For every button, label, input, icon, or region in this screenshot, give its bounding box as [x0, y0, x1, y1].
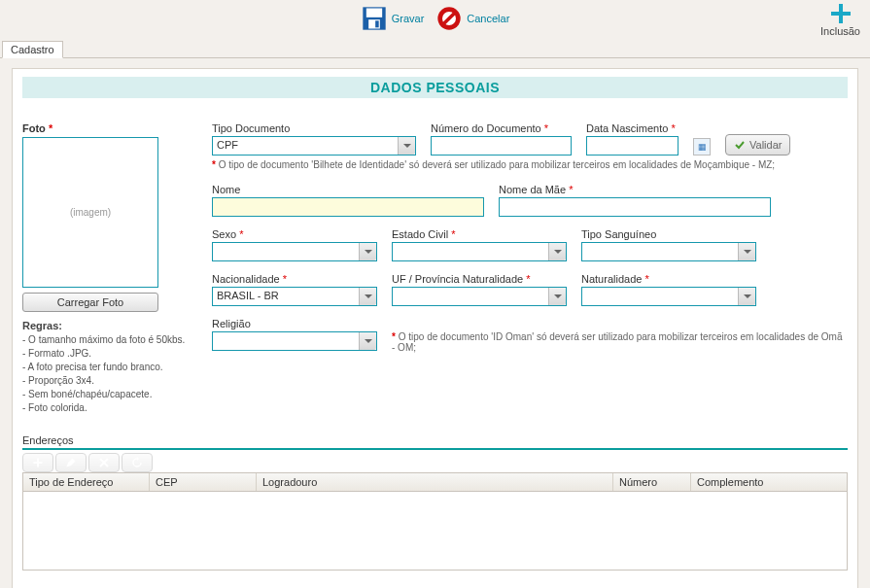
col-tipo[interactable]: Tipo de Endereço: [23, 473, 150, 491]
cancel-icon: [435, 5, 463, 32]
rules-title: Regras:: [22, 320, 197, 331]
nome-input[interactable]: [212, 197, 484, 217]
naturalidade-label: Naturalidade *: [581, 273, 756, 285]
chevron-down-icon: [359, 243, 376, 260]
cancel-label: Cancelar: [467, 13, 509, 24]
address-grid: Tipo de Endereço CEP Logradouro Número C…: [22, 472, 848, 571]
validar-button[interactable]: Validar: [725, 134, 790, 156]
data-nascimento-label: Data Nascimento *: [586, 122, 679, 134]
grid-header: Tipo de Endereço CEP Logradouro Número C…: [23, 473, 847, 492]
top-toolbar: Gravar Cancelar Inclusão: [0, 0, 870, 39]
tab-cadastro[interactable]: Cadastro: [2, 41, 63, 58]
religiao-label: Religião: [212, 318, 377, 329]
estado-civil-select[interactable]: [392, 242, 567, 261]
chevron-down-icon: [359, 288, 376, 305]
tipo-sanguineo-label: Tipo Sanguíneo: [581, 228, 756, 240]
svg-rect-1: [366, 9, 382, 17]
data-nascimento-input[interactable]: [586, 136, 679, 156]
form-page: DADOS PESSOAIS Foto * (imagem) Carregar …: [12, 68, 858, 588]
plus-icon: [829, 2, 853, 25]
grid-delete-button[interactable]: [88, 453, 120, 472]
chevron-down-icon: [398, 137, 415, 155]
add-label: Inclusão: [820, 25, 860, 37]
tipo-documento-label: Tipo Documento: [212, 122, 416, 134]
cancel-button[interactable]: Cancelar: [435, 5, 509, 32]
tipo-sanguineo-select[interactable]: [581, 242, 756, 261]
religiao-select[interactable]: [212, 331, 377, 351]
numero-documento-input[interactable]: [431, 136, 572, 156]
chevron-down-icon: [548, 243, 566, 260]
upload-photo-button[interactable]: Carregar Foto: [22, 293, 158, 312]
plus-icon: [32, 457, 44, 468]
chevron-down-icon: [359, 332, 376, 350]
nome-mae-label: Nome da Mãe *: [499, 184, 771, 195]
pencil-icon: [65, 457, 77, 468]
sexo-label: Sexo *: [212, 228, 377, 240]
col-complemento[interactable]: Complemento: [691, 473, 847, 491]
uf-naturalidade-label: UF / Província Naturalidade *: [392, 273, 567, 285]
nacionalidade-select[interactable]: BRASIL - BR: [212, 287, 377, 306]
chevron-down-icon: [548, 288, 566, 305]
save-icon: [361, 5, 388, 32]
tab-strip: Cadastro: [0, 39, 870, 58]
x-icon: [98, 457, 110, 468]
col-numero[interactable]: Número: [613, 473, 691, 491]
estado-civil-label: Estado Civil *: [392, 228, 567, 240]
nome-mae-input[interactable]: [499, 197, 771, 217]
svg-rect-10: [34, 462, 43, 464]
svg-rect-8: [831, 12, 851, 16]
photo-label: Foto *: [22, 122, 197, 134]
religiao-note: * O tipo de documento 'ID Oman' só dever…: [392, 318, 848, 353]
grid-refresh-button[interactable]: [122, 453, 153, 472]
grid-body: [23, 492, 847, 570]
svg-rect-3: [375, 20, 379, 27]
check-icon: [734, 139, 746, 151]
save-button[interactable]: Gravar: [361, 5, 425, 32]
fields-column: Tipo Documento CPF Número do Documento *…: [212, 122, 848, 415]
photo-placeholder: (imagem): [22, 137, 158, 288]
calendar-icon[interactable]: ▦: [693, 138, 711, 156]
tipo-documento-select[interactable]: CPF: [212, 136, 416, 156]
grid-toolbar: [22, 453, 848, 472]
grid-edit-button[interactable]: [55, 453, 87, 472]
grid-add-button[interactable]: [22, 453, 53, 472]
numero-documento-label: Número do Documento *: [431, 122, 572, 134]
photo-column: Foto * (imagem) Carregar Foto Regras: - …: [22, 122, 197, 415]
save-label: Gravar: [392, 13, 425, 24]
add-button[interactable]: Inclusão: [820, 2, 860, 37]
doc-note: * O tipo de documento 'Bilhete de Identi…: [212, 159, 848, 170]
col-logradouro[interactable]: Logradouro: [257, 473, 613, 491]
nome-label: Nome: [212, 184, 484, 195]
naturalidade-select[interactable]: [581, 287, 756, 306]
refresh-icon: [131, 457, 143, 468]
col-cep[interactable]: CEP: [150, 473, 257, 491]
sexo-select[interactable]: [212, 242, 377, 261]
enderecos-title: Endereços: [22, 434, 848, 450]
uf-naturalidade-select[interactable]: [392, 287, 567, 306]
nacionalidade-label: Nacionalidade *: [212, 273, 377, 285]
chevron-down-icon: [738, 288, 755, 305]
chevron-down-icon: [738, 243, 755, 260]
section-title: DADOS PESSOAIS: [22, 77, 848, 98]
photo-rules: - O tamanho máximo da foto é 50kbs. - Fo…: [22, 333, 197, 415]
